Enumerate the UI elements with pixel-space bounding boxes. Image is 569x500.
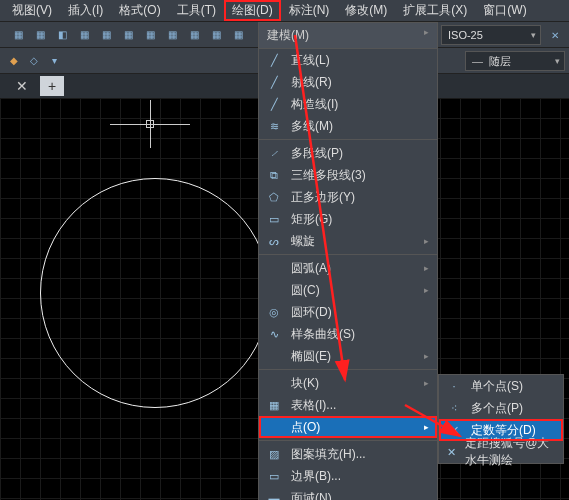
menu-item-label: 构造线(I)	[291, 96, 429, 113]
tool-icon[interactable]: ▦	[162, 25, 182, 45]
submenu-arrow-icon: ▸	[424, 236, 429, 246]
submenu-arrow-icon: ▸	[424, 285, 429, 295]
submenu-arrow-icon: ▸	[424, 351, 429, 361]
menu-item[interactable]: ≋多线(M)	[259, 115, 437, 137]
menu-item-label: 射线(R)	[291, 74, 429, 91]
tool-icon[interactable]: ◧	[52, 25, 72, 45]
menu-item[interactable]: ᔕ螺旋▸	[259, 230, 437, 252]
menu-item-icon: ╱	[265, 74, 283, 90]
menu-item[interactable]: 圆弧(A)▸	[259, 257, 437, 279]
menu-item[interactable]: ╱构造线(I)	[259, 93, 437, 115]
submenu-item-icon: ✕	[445, 422, 463, 438]
menu-item-label: 螺旋	[291, 233, 416, 250]
menubar: 视图(V) 插入(I) 格式(O) 工具(T) 绘图(D) 标注(N) 修改(M…	[0, 0, 569, 22]
menu-item[interactable]: ╱直线(L)	[259, 49, 437, 71]
menu-tools[interactable]: 工具(T)	[169, 0, 224, 21]
menu-window[interactable]: 窗口(W)	[475, 0, 534, 21]
menu-item-icon: ▬	[265, 490, 283, 500]
menu-item-label: 椭圆(E)	[291, 348, 416, 365]
menu-format[interactable]: 格式(O)	[111, 0, 168, 21]
menu-item-icon	[265, 419, 283, 435]
menu-item[interactable]: ▭矩形(G)	[259, 208, 437, 230]
menu-item-label: 直线(L)	[291, 52, 429, 69]
menu-insert[interactable]: 插入(I)	[60, 0, 111, 21]
tool-icon[interactable]: ▦	[30, 25, 50, 45]
menu-item[interactable]: 圆(C)▸	[259, 279, 437, 301]
tool-icon[interactable]: ▦	[228, 25, 248, 45]
tool-icon[interactable]: ▦	[74, 25, 94, 45]
menu-extensions[interactable]: 扩展工具(X)	[395, 0, 475, 21]
submenu-item[interactable]: ·单个点(S)	[439, 375, 563, 397]
menu-item[interactable]: ╱射线(R)	[259, 71, 437, 93]
menu-item-icon: ◎	[265, 304, 283, 320]
submenu-item-label: 单个点(S)	[471, 378, 523, 395]
menu-item-icon	[265, 375, 283, 391]
submenu-item-icon: ⁖	[445, 400, 463, 416]
menu-item-icon: ╱	[265, 52, 283, 68]
menu-item[interactable]: ∿样条曲线(S)	[259, 323, 437, 345]
menu-item-icon: ≋	[265, 118, 283, 134]
menu-item[interactable]: ▨图案填充(H)...	[259, 443, 437, 465]
submenu-arrow-icon: ▸	[424, 378, 429, 388]
menu-item-icon	[265, 260, 283, 276]
submenu-arrow-icon: ▸	[424, 422, 429, 432]
menu-item-label: 圆环(D)	[291, 304, 429, 321]
dim-style-dropdown[interactable]: ISO-25	[441, 25, 541, 45]
menu-item-icon	[265, 282, 283, 298]
menu-item[interactable]: ⟋多段线(P)	[259, 142, 437, 164]
menu-annotate[interactable]: 标注(N)	[281, 0, 338, 21]
dim-icon[interactable]: ✕	[545, 25, 565, 45]
menu-item[interactable]: ▬面域(N)	[259, 487, 437, 500]
tool-icon[interactable]: ▦	[96, 25, 116, 45]
menu-item[interactable]: ◎圆环(D)	[259, 301, 437, 323]
menu-item-label: 圆弧(A)	[291, 260, 416, 277]
submenu-item-label: 定距搜狐号@大水牛测绘	[465, 435, 555, 469]
menu-item-icon: ⬠	[265, 189, 283, 205]
menu-item-icon: ⟋	[265, 145, 283, 161]
submenu-item-icon: ✕	[445, 444, 457, 460]
tab-new-button[interactable]: +	[40, 76, 64, 96]
menu-item-label: 图案填充(H)...	[291, 446, 429, 463]
tool-icon[interactable]: ▦	[206, 25, 226, 45]
menu-item-icon: ▭	[265, 468, 283, 484]
menu-item[interactable]: ⧉三维多段线(3)	[259, 164, 437, 186]
layer-dropdown[interactable]: — 随层	[465, 51, 565, 71]
menu-item-label: 正多边形(Y)	[291, 189, 429, 206]
menu-item-icon: ▭	[265, 211, 283, 227]
menu-item-icon: ⧉	[265, 167, 283, 183]
menu-item-label: 矩形(G)	[291, 211, 429, 228]
menu-item[interactable]: ▦表格(I)...	[259, 394, 437, 416]
menu-item[interactable]: 块(K)▸	[259, 372, 437, 394]
point-submenu: ·单个点(S)⁖多个点(P)✕定数等分(D)✕定距搜狐号@大水牛测绘	[438, 374, 564, 464]
tab-close-button[interactable]: ✕	[8, 76, 36, 96]
tool-dropdown-icon[interactable]: ▾	[44, 51, 64, 71]
menu-item-label: 块(K)	[291, 375, 416, 392]
menu-item-icon: ╱	[265, 96, 283, 112]
layer-icon[interactable]: ◇	[24, 51, 44, 71]
submenu-arrow-icon: ▸	[424, 263, 429, 273]
submenu-item[interactable]: ✕定距搜狐号@大水牛测绘	[439, 441, 563, 463]
menu-draw[interactable]: 绘图(D)	[224, 0, 281, 21]
drawn-circle[interactable]	[40, 178, 270, 408]
menu-item-label: 点(O)	[291, 419, 416, 436]
menu-item[interactable]: 点(O)▸	[259, 416, 437, 438]
tool-icon[interactable]: ▦	[140, 25, 160, 45]
menu-item-label: 表格(I)...	[291, 397, 429, 414]
modeling-header[interactable]: 建模(M) ▸	[259, 23, 437, 49]
menu-item[interactable]: 椭圆(E)▸	[259, 345, 437, 367]
menu-item-icon: ▨	[265, 446, 283, 462]
tool-icon[interactable]: ▦	[184, 25, 204, 45]
submenu-item[interactable]: ⁖多个点(P)	[439, 397, 563, 419]
menu-item[interactable]: ▭边界(B)...	[259, 465, 437, 487]
tool-icon[interactable]: ▦	[8, 25, 28, 45]
menu-item-label: 多段线(P)	[291, 145, 429, 162]
menu-item-label: 面域(N)	[291, 490, 429, 501]
submenu-item-label: 多个点(P)	[471, 400, 523, 417]
menu-modify[interactable]: 修改(M)	[337, 0, 395, 21]
menu-item-label: 样条曲线(S)	[291, 326, 429, 343]
menu-item[interactable]: ⬠正多边形(Y)	[259, 186, 437, 208]
menu-view[interactable]: 视图(V)	[4, 0, 60, 21]
tool-icon[interactable]: ▦	[118, 25, 138, 45]
layer-icon[interactable]: ◆	[4, 51, 24, 71]
submenu-item-icon: ·	[445, 378, 463, 394]
